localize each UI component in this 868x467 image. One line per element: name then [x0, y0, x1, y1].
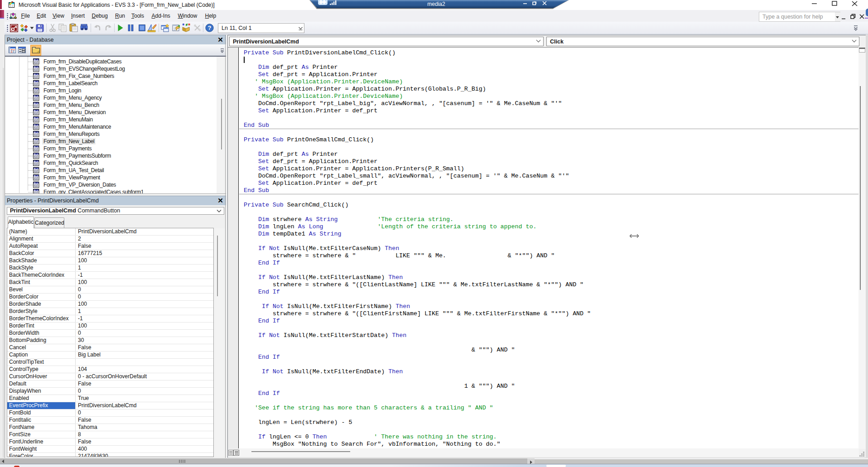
svg-text:?: ?: [208, 24, 212, 31]
